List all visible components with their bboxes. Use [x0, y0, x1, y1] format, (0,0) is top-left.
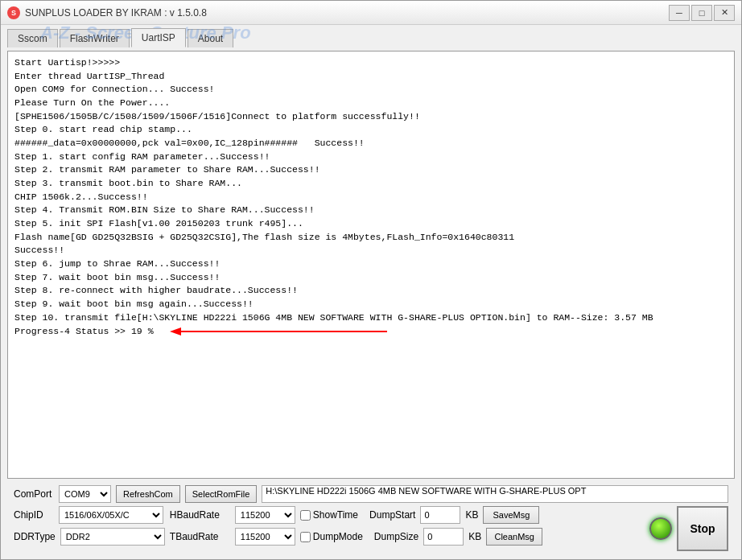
log-line: Step 0. start read chip stamp... — [14, 123, 728, 137]
maximize-button[interactable]: □ — [691, 5, 712, 21]
app-icon: S — [7, 6, 20, 19]
log-line: Enter thread UartISP_Thread — [14, 70, 728, 84]
dumpsize-input[interactable] — [423, 528, 464, 546]
log-line: CHIP 1506k.2...Success!! — [14, 191, 728, 204]
kb-label-2: KB — [468, 531, 481, 542]
chipid-row: ChipID 1516/06X/05X/C — [14, 506, 165, 524]
showtime-label: ShowTime — [313, 509, 358, 521]
chipid-label: ChipID — [14, 509, 54, 521]
comport-label: ComPort — [14, 488, 54, 500]
log-line: Step 8. re-connect with higher baudrate.… — [14, 284, 728, 298]
dumpstart-input[interactable] — [420, 506, 460, 524]
tbaudrate-select[interactable]: 115200 — [235, 528, 295, 546]
log-line: Flash name[GD GD25Q32BSIG + GD25Q32CSIG]… — [14, 231, 728, 245]
title-controls: ─ □ ✕ — [669, 5, 735, 21]
showtime-checkbox-label[interactable]: ShowTime — [300, 509, 358, 521]
bottom-panel: ComPort COM9 RefreshCom SelectRomFile H:… — [7, 482, 735, 556]
content-area: Start Uartisp!>>>>>Enter thread UartISP_… — [1, 47, 741, 559]
log-line: Start Uartisp!>>>>> — [14, 56, 728, 70]
dumpmode-checkbox-label[interactable]: DumpMode — [300, 531, 363, 542]
select-rom-file-button[interactable]: SelectRomFile — [185, 485, 258, 503]
tabs-bar: Sscom FlashWriter UartISP About — [1, 25, 741, 47]
dumpmode-label: DumpMode — [313, 531, 363, 542]
title-bar: S SUNPLUS LOADER BY IKRAM : v 1.5.0.8 ─ … — [1, 1, 741, 25]
log-line: Step 6. jump to Shrae RAM...Success!! — [14, 257, 728, 271]
hbaudrate-label: HBaudRate — [170, 509, 230, 521]
dumpstart-label: DumpStart — [369, 509, 415, 521]
kb-label-1: KB — [465, 509, 478, 521]
log-line: Step 7. wait boot bin msg...Success!! — [14, 271, 728, 285]
chipid-select[interactable]: 1516/06X/05X/C — [59, 506, 163, 524]
log-line: Step 3. transmit boot.bin to Share RAM..… — [14, 177, 728, 191]
close-button[interactable]: ✕ — [714, 5, 735, 21]
cleanmsg-button[interactable]: CleanMsg — [486, 528, 542, 546]
showtime-row: ShowTime DumpStart KB SaveMsg — [300, 506, 542, 524]
tab-flashwriter[interactable]: FlashWriter — [60, 29, 130, 47]
log-line: Step 2. transmit RAM parameter to Share … — [14, 163, 728, 177]
tab-uartisp[interactable]: UartISP — [131, 28, 186, 47]
log-line: ######_data=0x00000000,pck val=0x00,IC_1… — [14, 137, 728, 150]
led-indicator — [649, 517, 672, 540]
ddrtype-label: DDRType — [14, 531, 56, 542]
hbaudrate-row: HBaudRate 115200 — [170, 506, 295, 524]
log-line: Success!! — [14, 244, 728, 257]
comport-row: ComPort COM9 RefreshCom SelectRomFile H:… — [14, 485, 728, 503]
red-arrow-svg — [170, 324, 395, 339]
log-line: Step 10. transmit file[H:\SKYLINE HD222i… — [14, 311, 728, 325]
refresh-com-button[interactable]: RefreshCom — [116, 485, 180, 503]
log-line: Please Turn On the Power.... — [14, 97, 728, 110]
dumpmode-checkbox[interactable] — [300, 532, 311, 542]
ddrtype-row: DDRType DDR2 — [14, 528, 165, 546]
window-title: SUNPLUS LOADER BY IKRAM : v 1.5.0.8 — [25, 7, 207, 19]
dumpmode-row: DumpMode DumpSize KB CleanMsg — [300, 528, 542, 546]
log-line: Open COM9 for Connection... Success! — [14, 83, 728, 97]
log-line: Step 1. start config RAM parameter...Suc… — [14, 150, 728, 164]
log-line: Step 5. init SPI Flash[v1.00 20150203 tr… — [14, 217, 728, 231]
tbaudrate-label: TBaudRate — [170, 531, 230, 542]
savemsg-button[interactable]: SaveMsg — [483, 506, 539, 524]
log-line: Step 9. wait boot bin msg again...Succes… — [14, 298, 728, 311]
log-area[interactable]: Start Uartisp!>>>>>Enter thread UartISP_… — [7, 51, 735, 479]
main-window: S SUNPLUS LOADER BY IKRAM : v 1.5.0.8 ─ … — [0, 0, 742, 560]
hbaudrate-select[interactable]: 115200 — [235, 506, 295, 524]
log-line: Step 4. Transmit ROM.BIN Size to Share R… — [14, 204, 728, 217]
comport-select[interactable]: COM9 — [59, 485, 111, 503]
tbaudrate-row: TBaudRate 115200 — [170, 528, 295, 546]
params-row: ChipID 1516/06X/05X/C DDRType DDR2 — [14, 506, 728, 551]
log-line: [SPHE1506/1505B/C/1508/1509/1506F/1516]C… — [14, 110, 728, 124]
filepath-display: H:\SKYLINE HD222i 1506G 4MB NEW SOFTWARE… — [262, 485, 728, 503]
dumpsize-label: DumpSize — [374, 531, 418, 542]
ddrtype-select[interactable]: DDR2 — [60, 528, 165, 546]
tab-sscom[interactable]: Sscom — [7, 29, 58, 47]
svg-marker-1 — [170, 327, 181, 336]
minimize-button[interactable]: ─ — [669, 5, 690, 21]
showtime-checkbox[interactable] — [300, 510, 311, 521]
title-bar-left: S SUNPLUS LOADER BY IKRAM : v 1.5.0.8 — [7, 6, 207, 19]
tab-about[interactable]: About — [188, 29, 233, 47]
log-line: Progress-4 Status >> 19 % — [14, 324, 728, 339]
stop-button[interactable]: Stop — [677, 506, 728, 551]
